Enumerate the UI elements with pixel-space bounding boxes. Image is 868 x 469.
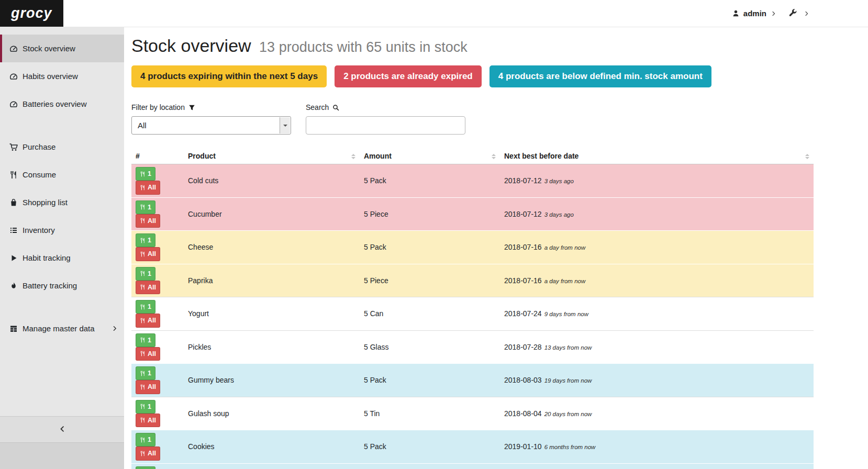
filter-controls: Filter by location All Search <box>131 103 814 135</box>
sidebar-item-label: Manage master data <box>23 324 95 333</box>
consume-one-button[interactable]: 1 <box>136 433 155 446</box>
consume-one-button[interactable]: 1 <box>136 333 155 347</box>
consume-one-button[interactable]: 1 <box>136 167 155 181</box>
product-name: Cold cuts <box>184 164 360 198</box>
utensils-icon <box>9 171 18 179</box>
best-before-date: 2019-01-106 months from now <box>500 430 814 464</box>
sidebar-footer <box>0 416 124 442</box>
settings-chevron-icon[interactable] <box>804 11 809 16</box>
consume-all-button[interactable]: All <box>136 314 160 327</box>
utensils-icon <box>140 238 146 243</box>
column-header-index: # <box>131 148 184 164</box>
column-header-amount[interactable]: Amount <box>360 148 500 164</box>
utensils-icon <box>140 304 146 310</box>
consume-one-button[interactable]: 1 <box>136 200 155 214</box>
user-name: admin <box>743 9 766 18</box>
product-name: Gulash soup <box>184 397 360 430</box>
alert-danger[interactable]: 2 products are already expired <box>335 65 482 87</box>
sidebar-item-habit-tracking[interactable]: Habit tracking <box>0 244 124 272</box>
location-select[interactable]: All <box>131 116 291 135</box>
best-before-date: 2018-08-0420 days from now <box>500 397 814 430</box>
gauge-icon <box>9 72 18 81</box>
table-icon <box>9 325 18 333</box>
sidebar-item-label: Purchase <box>23 142 55 151</box>
alert-warning[interactable]: 4 products expiring within the next 5 da… <box>131 65 327 87</box>
sidebar-nav: Stock overview Habits overview Batteries… <box>0 27 124 416</box>
best-before-date: 2018-07-123 days ago <box>500 164 814 198</box>
sidebar-item-manage-master-data[interactable]: Manage master data <box>0 315 124 342</box>
product-name: Cucumber <box>184 197 360 231</box>
consume-one-button[interactable]: 1 <box>136 300 155 314</box>
utensils-icon <box>140 218 146 224</box>
consume-all-button[interactable]: All <box>136 380 160 394</box>
user-menu[interactable]: admin <box>732 9 766 18</box>
search-label: Search <box>306 103 465 111</box>
consume-all-button[interactable]: All <box>136 214 160 228</box>
product-amount: 5 Pack <box>360 364 500 397</box>
sidebar-item-battery-tracking[interactable]: Battery tracking <box>0 272 124 299</box>
product-amount: 5 Piece <box>360 197 500 231</box>
bag-icon <box>9 198 18 207</box>
product-name: Chocolate <box>184 463 360 469</box>
utensils-icon <box>140 185 146 191</box>
flame-icon <box>9 282 18 290</box>
best-before-date: 2018-08-0319 days from now <box>500 364 814 397</box>
stock-table: # Product Amount Next best before date <box>131 148 814 469</box>
search-input[interactable] <box>306 116 465 135</box>
search-control: Search <box>306 103 465 135</box>
product-name: Cheese <box>184 231 360 264</box>
sidebar-item-purchase[interactable]: Purchase <box>0 133 124 161</box>
table-row: 1 All Pickles 5 Glass 2018-07-2813 days … <box>131 330 814 364</box>
consume-one-button[interactable]: 1 <box>136 400 155 414</box>
chevron-left-icon <box>59 426 65 432</box>
utensils-icon <box>140 404 146 409</box>
consume-one-button[interactable]: 1 <box>136 267 155 281</box>
consume-all-button[interactable]: All <box>136 247 160 261</box>
product-amount: 5 Pack <box>360 164 500 198</box>
utensils-icon <box>140 204 146 210</box>
column-header-product[interactable]: Product <box>184 148 360 164</box>
sort-icon[interactable] <box>805 154 809 159</box>
utensils-icon <box>140 417 146 423</box>
table-header-row: # Product Amount Next best before date <box>131 148 814 164</box>
product-amount: 5 Tin <box>360 397 500 430</box>
sidebar-item-consume[interactable]: Consume <box>0 161 124 188</box>
consume-all-button[interactable]: All <box>136 281 160 294</box>
sidebar-item-inventory[interactable]: Inventory <box>0 216 124 244</box>
app-logo[interactable]: grocy <box>0 0 63 27</box>
user-menu-chevron-icon[interactable] <box>771 11 776 16</box>
consume-all-button[interactable]: All <box>136 446 160 460</box>
filter-icon <box>188 104 195 111</box>
consume-one-button[interactable]: 1 <box>136 233 155 247</box>
table-row: 1 All Cucumber 5 Piece 2018-07-123 days … <box>131 197 814 231</box>
consume-one-button[interactable]: 1 <box>136 466 155 469</box>
sort-icon[interactable] <box>492 154 496 159</box>
sidebar: Stock overview Habits overview Batteries… <box>0 27 124 469</box>
table-row: 1 All Yogurt 5 Can 2018-07-249 days from… <box>131 297 814 331</box>
search-icon <box>332 104 339 111</box>
table-row: 1 All Gulash soup 5 Tin 2018-08-0420 day… <box>131 397 814 430</box>
utensils-icon <box>140 284 146 290</box>
gauge-icon <box>9 100 18 108</box>
consume-all-button[interactable]: All <box>136 347 160 361</box>
column-header-best-before[interactable]: Next best before date <box>500 148 814 164</box>
best-before-date: 2018-07-249 days from now <box>500 297 814 331</box>
best-before-date: 2018-07-16a day from now <box>500 264 814 297</box>
location-filter: Filter by location All <box>131 103 291 135</box>
table-row: 1 All Cheese 5 Pack 2018-07-16a day from… <box>131 231 814 264</box>
sidebar-collapse-button[interactable] <box>48 422 76 437</box>
sidebar-item-shopping-list[interactable]: Shopping list <box>0 188 124 216</box>
user-icon <box>732 9 740 17</box>
consume-one-button[interactable]: 1 <box>136 366 155 380</box>
product-name: Gummy bears <box>184 364 360 397</box>
sidebar-item-stock-overview[interactable]: Stock overview <box>0 35 124 62</box>
consume-all-button[interactable]: All <box>136 414 160 427</box>
sidebar-item-batteries-overview[interactable]: Batteries overview <box>0 90 124 118</box>
product-amount: 5 Pack <box>360 231 500 264</box>
settings-button[interactable] <box>786 6 799 21</box>
sort-icon[interactable] <box>351 154 355 159</box>
alert-info[interactable]: 4 products are below defined min. stock … <box>489 65 711 87</box>
consume-all-button[interactable]: All <box>136 181 160 194</box>
page-title: Stock overview <box>131 36 251 55</box>
sidebar-item-habits-overview[interactable]: Habits overview <box>0 62 124 90</box>
